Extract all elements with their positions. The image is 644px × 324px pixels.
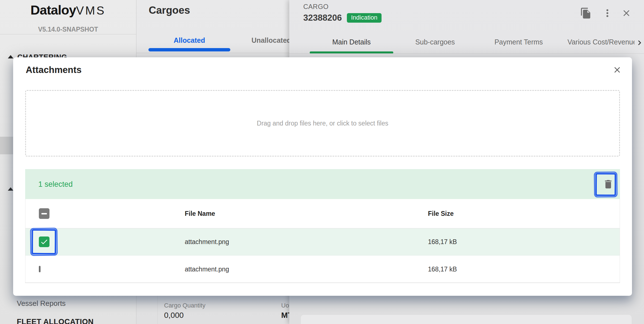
selection-count: 1 selected: [38, 180, 73, 188]
attachments-modal: Attachments Drag and drop files here, or…: [13, 57, 632, 296]
sidebar-section-fleet-allocation[interactable]: FLEET ALLOCATION: [17, 318, 94, 324]
tab-various-cost-revenue[interactable]: Various Cost/Revenue: [560, 38, 634, 46]
collapse-triangle-icon[interactable]: [8, 187, 13, 191]
attachments-table: File Name File Size attachment.png 168,1…: [25, 199, 620, 283]
tabs-divider: [289, 53, 644, 54]
status-badge: Indication: [347, 13, 382, 23]
app-logo: DataloyVMS: [0, 2, 136, 18]
unchecked-checkbox-icon: [39, 266, 41, 272]
modal-title: Attachments: [26, 65, 82, 75]
tab-allocated[interactable]: Allocated: [148, 36, 230, 44]
uom-label: UoM: [281, 302, 289, 309]
active-tab-indicator: [148, 48, 230, 51]
cargo-quantity-label: Cargo Quantity: [164, 302, 205, 309]
cargo-id: 32388206: [303, 13, 342, 23]
uom-value[interactable]: MT: [281, 311, 289, 320]
row-checkbox-unchecked[interactable]: [39, 267, 41, 272]
detail-content-card: [300, 314, 632, 324]
detail-tabs: Main Details Sub-cargoes Payment Terms V…: [289, 37, 634, 51]
collapse-triangle-icon[interactable]: [8, 55, 13, 58]
app-root: DataloyVMS V5.14.0-SNAPSHOT CHARTERING V…: [0, 0, 644, 324]
detail-toolbar: [580, 7, 641, 21]
column-header-file-size: File Size: [428, 210, 454, 217]
file-size-cell: 168,17 kB: [428, 265, 457, 273]
file-dropzone[interactable]: Drag and drop files here, or click to se…: [25, 90, 620, 157]
sidebar-divider: [0, 34, 136, 34]
card-edge: [157, 296, 158, 324]
cargo-id-row: 32388206 Indication: [303, 13, 382, 23]
logo-brand: Dataloy: [30, 3, 76, 17]
indeterminate-checkbox-icon: [39, 208, 49, 219]
copy-icon[interactable]: [580, 7, 592, 20]
table-header-row: File Name File Size: [25, 199, 620, 228]
file-name-cell: attachment.png: [185, 238, 229, 246]
tab-main-details[interactable]: Main Details: [310, 38, 393, 46]
tab-unallocated[interactable]: Unallocated: [230, 36, 289, 44]
table-row[interactable]: attachment.png 168,17 kB: [25, 256, 620, 283]
delete-button[interactable]: [602, 178, 614, 190]
dropzone-hint: Drag and drop files here, or click to se…: [257, 120, 388, 127]
cargo-kicker: CARGO: [303, 3, 329, 11]
tab-sub-cargoes[interactable]: Sub-cargoes: [393, 38, 477, 46]
row-checkbox-checked[interactable]: [39, 237, 49, 247]
logo-suffix: VMS: [76, 4, 106, 17]
checked-checkbox-icon: [39, 237, 49, 247]
chevron-right-icon[interactable]: [635, 38, 644, 49]
app-version: V5.14.0-SNAPSHOT: [0, 26, 136, 33]
close-icon[interactable]: [621, 8, 631, 19]
select-all-checkbox[interactable]: [39, 208, 49, 219]
cargo-quantity-value[interactable]: 0,000: [164, 311, 184, 320]
table-row[interactable]: attachment.png 168,17 kB: [25, 228, 620, 256]
tab-payment-terms[interactable]: Payment Terms: [477, 38, 560, 46]
column-header-file-name: File Name: [185, 210, 215, 217]
selection-bar: 1 selected: [25, 169, 620, 199]
page-title: Cargoes: [149, 4, 190, 16]
tabs-divider: [136, 53, 289, 53]
file-size-cell: 168,17 kB: [428, 238, 457, 246]
modal-close-icon[interactable]: [612, 65, 622, 76]
kebab-menu-icon[interactable]: [602, 8, 612, 19]
file-name-cell: attachment.png: [185, 265, 229, 273]
trash-icon: [603, 179, 614, 190]
sidebar-item-vessel-reports[interactable]: Vessel Reports: [17, 299, 66, 308]
